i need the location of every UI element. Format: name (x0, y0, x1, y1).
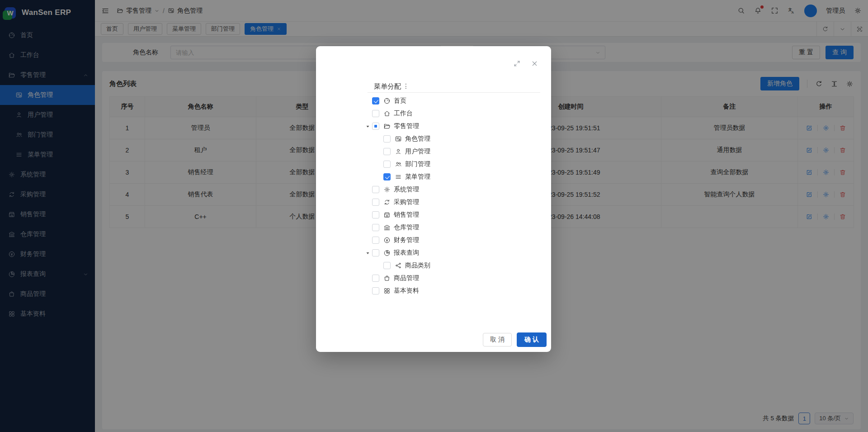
tree-node-system[interactable]: 系统管理 (316, 183, 551, 196)
tree-node-label: 销售管理 (394, 211, 419, 219)
menu-assign-modal: 菜单分配 ⋮ 首页工作台零售管理角色管理用户管理部门管理菜单管理系统管理采购管理… (316, 46, 551, 352)
close-icon (531, 60, 538, 67)
tree-node-label: 商品管理 (394, 274, 419, 282)
tree-checkbox-dept[interactable] (383, 161, 391, 168)
tree-node-label: 系统管理 (394, 185, 419, 194)
tree-node-purchase[interactable]: 采购管理 (316, 196, 551, 209)
modal-label-row: 菜单分配 ⋮ (374, 82, 409, 91)
tree-node-sales[interactable]: 销售管理 (316, 209, 551, 221)
tree-checkbox-role[interactable] (383, 135, 391, 142)
folder-open-icon (383, 123, 391, 130)
tree-checkbox-warehouse[interactable] (372, 224, 379, 231)
bag-icon (383, 275, 391, 282)
tree-node-label: 零售管理 (394, 122, 419, 130)
tree-node-label: 基本资料 (394, 287, 419, 295)
tree-node-label: 仓库管理 (394, 223, 419, 232)
modal-divider (368, 92, 540, 93)
tree-checkbox-goods[interactable] (372, 275, 379, 282)
tree-checkbox-retail[interactable] (372, 123, 379, 130)
cancel-button[interactable]: 取 消 (483, 333, 512, 347)
tree-checkbox-sales[interactable] (372, 211, 379, 218)
tree-node-label: 财务管理 (394, 236, 419, 244)
tree-node-home[interactable]: 首页 (316, 95, 551, 107)
modal-close-button[interactable] (531, 60, 538, 67)
tree-node-label: 商品类别 (405, 261, 430, 270)
tree-node-label: 角色管理 (405, 135, 430, 143)
menu-tree: 首页工作台零售管理角色管理用户管理部门管理菜单管理系统管理采购管理销售管理仓库管… (316, 95, 551, 297)
tree-checkbox-goods-category[interactable] (383, 262, 391, 269)
tree-node-label: 用户管理 (405, 147, 430, 156)
caret-down-icon[interactable] (363, 123, 372, 129)
modal-window-controls (513, 60, 538, 67)
pie-icon (383, 249, 391, 256)
tree-node-warehouse[interactable]: 仓库管理 (316, 221, 551, 234)
tree-checkbox-report[interactable] (372, 249, 379, 256)
dashboard-icon (383, 97, 391, 104)
tree-node-label: 首页 (394, 97, 406, 105)
modal-fullscreen-button[interactable] (513, 60, 521, 67)
tree-checkbox-basic[interactable] (372, 287, 379, 294)
modal-footer: 取 消 确 认 (483, 332, 547, 347)
tree-node-finance[interactable]: 财务管理 (316, 234, 551, 247)
expand-icon (513, 60, 521, 67)
tree-node-retail[interactable]: 零售管理 (316, 120, 551, 133)
tree-node-workbench[interactable]: 工作台 (316, 107, 551, 120)
caret-down-icon (365, 123, 371, 129)
finance-icon (383, 237, 391, 244)
tree-node-basic[interactable]: 基本资料 (316, 285, 551, 297)
gear-icon (383, 186, 391, 193)
sync-icon (383, 199, 391, 206)
confirm-button[interactable]: 确 认 (517, 332, 547, 347)
tree-node-label: 报表查询 (394, 249, 419, 257)
home-icon (383, 110, 391, 117)
team-icon (395, 161, 402, 168)
tree-node-role[interactable]: 角色管理 (316, 133, 551, 145)
tree-checkbox-home[interactable] (372, 97, 379, 104)
user-icon (395, 148, 402, 155)
bank-icon (383, 224, 391, 231)
tree-checkbox-user[interactable] (383, 148, 391, 155)
tree-node-label: 采购管理 (394, 198, 419, 206)
menu-icon (395, 173, 402, 180)
modal-label: 菜单分配 (374, 82, 401, 91)
modal-label-suffix: ⋮ (403, 82, 409, 90)
tree-node-goods-category[interactable]: 商品类别 (316, 259, 551, 272)
tree-checkbox-system[interactable] (372, 186, 379, 193)
tree-node-label: 菜单管理 (405, 173, 430, 181)
share-icon (395, 262, 402, 269)
tree-checkbox-purchase[interactable] (372, 199, 379, 206)
caret-down-icon (365, 250, 371, 256)
tree-checkbox-menu[interactable] (383, 173, 391, 180)
shop-icon (383, 211, 391, 218)
tree-node-menu[interactable]: 菜单管理 (316, 171, 551, 183)
tree-node-goods[interactable]: 商品管理 (316, 272, 551, 285)
tree-node-report[interactable]: 报表查询 (316, 247, 551, 259)
caret-down-icon[interactable] (363, 250, 372, 256)
tree-node-dept[interactable]: 部门管理 (316, 158, 551, 171)
tree-node-label: 部门管理 (405, 160, 430, 168)
idcard-icon (395, 135, 402, 142)
appstore-icon (383, 287, 391, 294)
tree-node-user[interactable]: 用户管理 (316, 145, 551, 158)
tree-node-label: 工作台 (394, 109, 413, 118)
tree-checkbox-workbench[interactable] (372, 110, 379, 117)
tree-checkbox-finance[interactable] (372, 237, 379, 244)
